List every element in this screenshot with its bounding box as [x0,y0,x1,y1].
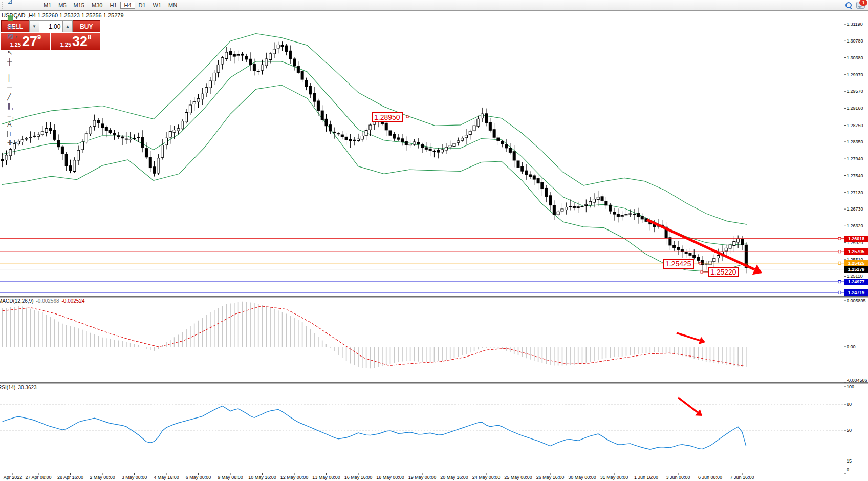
timeframe-toolbar: M1M5M15M30H1H4D1W1MN [40,1,181,10]
date-tick-label: Apr 2022 [4,475,23,480]
fibonacci-button[interactable]: ≡F [6,111,40,120]
date-tick-label: 6 May 00:00 [186,475,211,480]
rsi-label: RSI(14)30.3623 [0,385,37,390]
price-tick-label: 1.28750 [847,123,863,128]
rsi-tick-label: 50 [847,428,852,433]
text-icon: A [7,120,12,129]
rsi-tick-label: 0 [847,467,849,472]
grid-lines [0,404,844,461]
timeframe-w1-button[interactable]: W1 [149,2,165,9]
rsi-tick-label: 15 [847,458,852,464]
price-line-badge: 1.24977 [844,279,868,285]
trendline-icon: ╱ [7,92,11,101]
date-tick-label: 28 Apr 16:00 [57,475,83,480]
vline-icon: │ [7,74,11,83]
indicators-icon: ▤ [7,13,13,23]
channel-icon: ∥ [7,101,11,111]
fibonacci-icon: ≡ [7,111,11,120]
price-line-badge: 1.25705 [844,248,868,255]
hline-button[interactable]: ─ [6,83,40,92]
periods-button[interactable]: ◷▾ [6,23,40,32]
horizontal-level-lines[interactable] [0,237,844,294]
volume-increase-button[interactable]: ▲ [62,20,72,32]
date-tick-label: 26 May 16:00 [536,475,565,480]
search-icon[interactable] [845,2,852,9]
cursor-icon: ↖ [7,48,13,57]
price-line-badge: 1.25279 [844,266,868,273]
price-tick-label: 1.30380 [847,55,863,60]
volume-input[interactable]: 1.00 [39,20,63,32]
date-tick-label: 7 Jun 16:00 [730,475,754,480]
label-button[interactable]: T [6,129,40,138]
timeframe-h1-button[interactable]: H1 [106,2,120,9]
arrows-button[interactable]: ✚▾ [6,138,40,148]
main-toolbar: ▮▤新订单◆▦◉◈自动交易≡▮∿⊕⊖▦⊿⊿▤▾◷▾▨▾↖┼│─╱∥E≡FAT✚▾… [0,0,868,11]
date-tick-label: 20 May 16:00 [440,475,468,480]
panel-frame [0,11,868,481]
date-tick-label: 13 May 08:00 [312,475,340,480]
date-tick-label: 24 May 00:00 [472,475,501,480]
timeframe-mn-button[interactable]: MN [165,2,181,9]
price-tick-label: 1.26320 [847,223,863,228]
rsi-trend-arrow[interactable] [678,398,698,412]
price-line-badge: 1.25425 [844,260,868,266]
chart-shift-icon: ⊿ [7,0,13,6]
timeframe-m30-button[interactable]: M30 [88,2,106,9]
date-tick-label: 27 Apr 08:00 [25,475,51,480]
cursor-button[interactable]: ↖ [6,48,40,57]
indicators-button-dropdown-icon[interactable]: ▾ [15,16,17,20]
vline-button[interactable]: │ [6,74,40,83]
templates-button-dropdown-icon[interactable]: ▾ [15,34,17,39]
timeframe-m5-button[interactable]: M5 [55,2,70,9]
indicators-button[interactable]: ▤▾ [6,13,40,23]
toolbar-buttons: ▮▤新订单◆▦◉◈自动交易≡▮∿⊕⊖▦⊿⊿▤▾◷▾▨▾↖┼│─╱∥E≡FAT✚▾ [6,0,40,155]
price-callout-1.25425[interactable]: 1.25425 [663,259,694,269]
channel-button[interactable]: ∥E [6,101,40,111]
macd-tick-label: -0.004586 [847,378,867,383]
price-tick-label: 1.28350 [847,139,863,144]
price-callout-1.25220[interactable]: 1.25220 [708,267,739,277]
templates-button[interactable]: ▨▾ [6,32,40,41]
chart-shift-button[interactable]: ⊿ [6,0,40,6]
trendline-button[interactable]: ╱ [6,92,40,101]
timeframe-m15-button[interactable]: M15 [70,2,88,9]
date-tick-label: 6 Jun 08:00 [698,475,722,480]
price-tick-label: 1.25110 [847,274,863,279]
rsi-line [3,406,746,450]
periods-button-dropdown-icon[interactable]: ▾ [15,25,17,30]
buy-button[interactable]: BUY [73,20,100,32]
buy-price-display[interactable]: 1.25 32 8 [51,33,100,50]
price-tick-label: 1.27540 [847,173,863,178]
timeframe-d1-button[interactable]: D1 [135,2,149,9]
crosshair-icon: ┼ [7,57,12,67]
price-tick-label: 1.27940 [847,156,863,161]
price-tick-label: 1.29970 [847,72,863,77]
timeframe-h4-button[interactable]: H4 [120,2,135,9]
price-tick-label: 1.29160 [847,106,863,111]
price-tick-label: 1.30780 [847,38,863,44]
date-tick-label: 3 May 08:00 [122,475,147,480]
bollinger-bands [2,34,747,272]
date-tick-label: 18 May 00:00 [376,475,404,480]
timeframe-m1-button[interactable]: M1 [40,2,55,9]
bollinger-middle [2,61,747,245]
crosshair-button[interactable]: ┼ [6,57,40,67]
text-button[interactable]: A [6,120,40,129]
label-icon: T [7,131,13,137]
hline-icon: ─ [7,83,12,92]
chart-canvas[interactable] [0,0,868,481]
rsi-tick-label: 80 [847,402,852,407]
price-callout-1.28950[interactable]: 1.28950 [372,112,403,122]
channel-button-sub-label: E [12,107,15,111]
rsi-tick-label: 100 [847,384,854,389]
date-tick-label: 12 May 00:00 [280,475,309,480]
notifications-icon[interactable]: 1 [856,2,865,9]
price-tick-label: 1.31190 [847,22,863,27]
arrows-button-dropdown-icon[interactable]: ▾ [15,141,17,145]
date-tick-label: 10 May 16:00 [248,475,276,480]
date-tick-label: 25 May 08:00 [504,475,532,480]
date-tick-label: 19 May 08:00 [408,475,437,480]
macd-tick-label: 0.00 [847,344,856,349]
macd-indicator [3,302,746,368]
macd-trend-arrow[interactable] [677,333,700,341]
